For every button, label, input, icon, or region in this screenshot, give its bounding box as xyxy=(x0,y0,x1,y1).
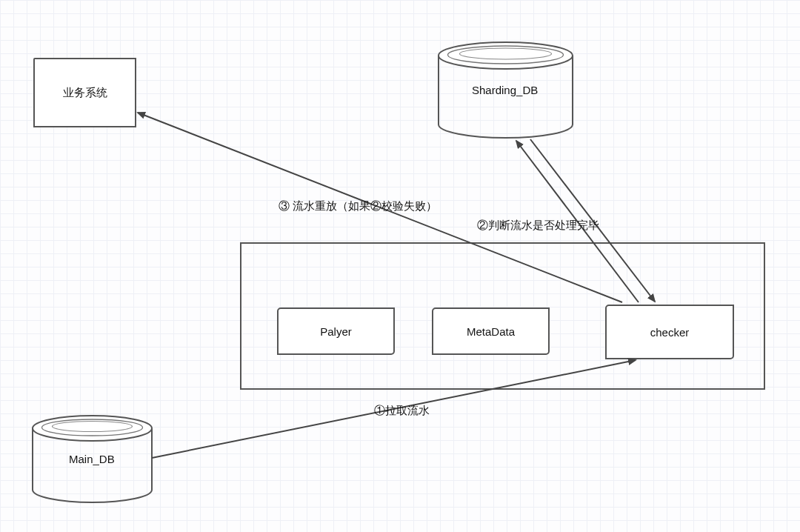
step1-label: ①拉取流水 xyxy=(374,404,430,418)
metadata-label: MetaData xyxy=(467,325,515,338)
business-system-label: 业务系统 xyxy=(63,86,107,100)
step3-label: ③ 流水重放（如果②校验失败） xyxy=(279,199,437,213)
player-box: Palyer xyxy=(277,307,395,355)
metadata-box: MetaData xyxy=(432,307,550,355)
business-system-box: 业务系统 xyxy=(33,58,136,127)
checker-box: checker xyxy=(605,305,734,359)
main-db-label: Main_DB xyxy=(69,453,115,465)
checker-label: checker xyxy=(650,326,690,339)
sharding-db-label: Sharding_DB xyxy=(472,84,538,96)
player-label: Palyer xyxy=(320,325,352,338)
step2-label: ②判断流水是否处理完毕 xyxy=(477,219,599,233)
